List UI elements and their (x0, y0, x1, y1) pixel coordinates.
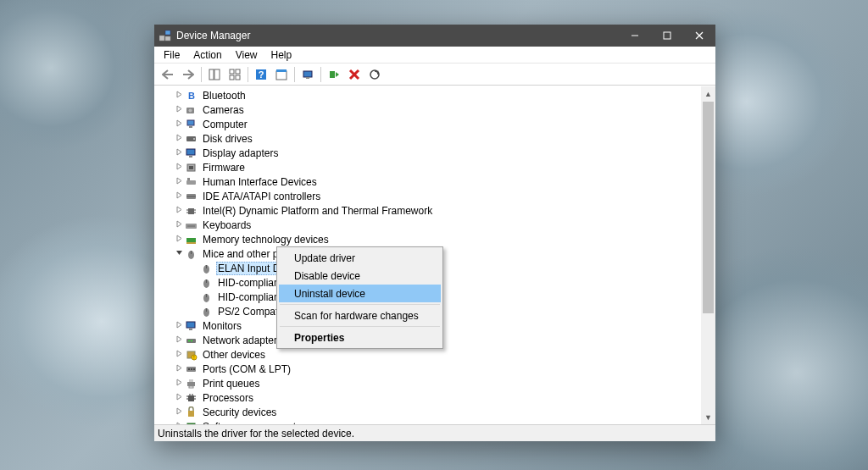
tree-category-item[interactable]: Print queues (154, 376, 701, 390)
chevron-right-icon[interactable] (173, 379, 185, 388)
tree-item-label: Security devices (201, 406, 278, 418)
svg-rect-33 (189, 166, 193, 169)
svg-point-66 (188, 368, 190, 370)
tree-item-label: Bluetooth (201, 90, 248, 102)
chevron-right-icon[interactable] (173, 235, 185, 244)
nav-forward-button[interactable] (179, 65, 198, 84)
menu-update-driver[interactable]: Update driver (279, 249, 441, 267)
chevron-right-icon[interactable] (173, 422, 185, 424)
chevron-right-icon[interactable] (173, 134, 185, 143)
mouse-icon (200, 277, 214, 289)
cam-icon (185, 104, 198, 116)
menu-view[interactable]: View (230, 47, 264, 63)
chevron-right-icon[interactable] (173, 119, 185, 129)
tree-category-item[interactable]: Intel(R) Dynamic Platform and Thermal Fr… (154, 203, 701, 218)
minimize-button[interactable] (619, 25, 651, 47)
menu-help[interactable]: Help (265, 47, 298, 63)
scan-hardware-button[interactable] (365, 65, 384, 84)
titlebar[interactable]: Device Manager (154, 25, 715, 47)
port-icon (185, 363, 198, 375)
chevron-right-icon[interactable] (173, 177, 185, 186)
svg-rect-38 (188, 208, 194, 214)
tile-button[interactable] (225, 65, 244, 84)
chevron-right-icon[interactable] (173, 105, 185, 114)
menubar: File Action View Help (154, 47, 715, 64)
scroll-down-icon[interactable]: ▼ (701, 410, 715, 424)
tree-category-item[interactable]: Human Interface Devices (154, 174, 701, 189)
svg-rect-69 (187, 382, 195, 386)
proc-icon (185, 392, 198, 404)
menu-disable-device[interactable]: Disable device (279, 267, 441, 285)
show-hide-console-button[interactable] (205, 65, 224, 84)
menu-file[interactable]: File (158, 47, 186, 63)
tree-category-item[interactable]: Disk drives (154, 131, 701, 146)
tree-category-item[interactable]: Memory technology devices (154, 232, 701, 246)
tree-item-label: Print queues (201, 378, 261, 390)
help-button[interactable]: ? (252, 65, 270, 84)
tree-category-item[interactable]: Keyboards (154, 218, 701, 232)
enable-device-button[interactable] (325, 65, 343, 84)
svg-rect-35 (187, 178, 190, 180)
svg-rect-31 (189, 156, 192, 158)
menu-scan-hardware[interactable]: Scan for hardware changes (279, 307, 441, 324)
properties-button[interactable] (272, 65, 291, 84)
close-button[interactable] (683, 25, 715, 47)
chevron-right-icon[interactable] (173, 148, 185, 158)
chevron-right-icon[interactable] (173, 163, 185, 172)
menu-properties[interactable]: Properties (279, 329, 441, 346)
svg-rect-7 (209, 69, 214, 80)
chevron-down-icon[interactable] (173, 249, 185, 258)
update-driver-button[interactable] (298, 65, 317, 84)
chevron-right-icon[interactable] (173, 321, 185, 330)
chevron-right-icon[interactable] (173, 407, 185, 417)
tree-item-label: Ports (COM & LPT) (201, 363, 292, 375)
tree-category-item[interactable]: Computer (154, 117, 701, 131)
svg-point-68 (193, 368, 195, 370)
svg-rect-26 (187, 120, 194, 125)
net-icon (185, 335, 198, 346)
svg-rect-17 (303, 71, 312, 77)
nav-back-button[interactable] (159, 65, 177, 84)
tree-category-item[interactable]: Ports (COM & LPT) (154, 362, 701, 376)
svg-rect-12 (236, 75, 240, 80)
chevron-right-icon[interactable] (173, 335, 185, 345)
vertical-scrollbar[interactable]: ▲ ▼ (701, 86, 715, 424)
tree-category-item[interactable]: !Other devices (154, 347, 701, 362)
chevron-right-icon[interactable] (173, 393, 185, 402)
tree-category-item[interactable]: Security devices (154, 405, 701, 419)
svg-text:B: B (188, 91, 195, 101)
tree-item-label: IDE ATA/ATAPI controllers (201, 191, 322, 202)
chevron-right-icon[interactable] (173, 206, 185, 215)
svg-rect-2 (165, 36, 170, 41)
tree-item-label: Other devices (201, 349, 267, 361)
disp-icon (185, 147, 198, 159)
tree-category-item[interactable]: Processors (154, 390, 701, 405)
ide-icon (185, 191, 198, 202)
scroll-up-icon[interactable]: ▲ (701, 86, 715, 101)
tree-item-label: Computer (201, 119, 249, 130)
svg-rect-79 (188, 411, 194, 417)
svg-rect-70 (189, 379, 193, 382)
chevron-right-icon[interactable] (173, 191, 185, 201)
uninstall-device-button[interactable] (345, 65, 364, 84)
maximize-button[interactable] (651, 25, 683, 47)
tree-category-item[interactable]: IDE ATA/ATAPI controllers (154, 189, 701, 203)
menu-action[interactable]: Action (187, 47, 227, 63)
menu-separator (280, 326, 440, 327)
tree-category-item[interactable]: BBluetooth (154, 88, 701, 102)
tree-category-item[interactable]: Firmware (154, 160, 701, 174)
chevron-right-icon[interactable] (173, 364, 185, 373)
kbd-icon (185, 219, 198, 231)
mouse-icon (185, 248, 198, 260)
chevron-right-icon[interactable] (173, 91, 185, 100)
tree-category-item[interactable]: Software components (154, 419, 701, 424)
mon-icon (185, 320, 198, 332)
chevron-right-icon[interactable] (173, 220, 185, 229)
svg-rect-58 (189, 329, 192, 330)
menu-uninstall-device[interactable]: Uninstall device (279, 285, 441, 302)
chevron-right-icon[interactable] (173, 350, 185, 359)
tree-category-item[interactable]: Cameras (154, 102, 701, 117)
tree-category-item[interactable]: Display adapters (154, 146, 701, 160)
scrollbar-thumb[interactable] (703, 102, 714, 313)
tree-item-label: HID-compliant (216, 291, 284, 303)
